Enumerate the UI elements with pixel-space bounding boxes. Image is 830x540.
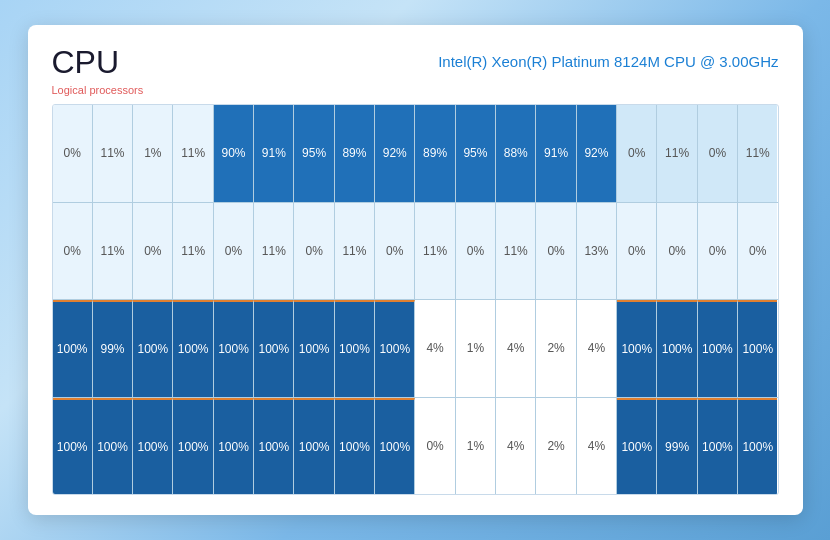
logical-processors-label: Logical processors (52, 84, 779, 96)
cell-3-2: 100% (133, 398, 173, 494)
cell-3-3: 100% (173, 398, 213, 494)
cpu-title: CPU (52, 45, 120, 80)
cell-2-15: 100% (657, 300, 697, 396)
cell-0-4: 90% (214, 105, 254, 201)
cell-1-7: 11% (335, 203, 375, 299)
cell-3-12: 2% (536, 398, 576, 494)
cell-0-5: 91% (254, 105, 294, 201)
cell-3-4: 100% (214, 398, 254, 494)
cell-3-11: 4% (496, 398, 536, 494)
cell-2-2: 100% (133, 300, 173, 396)
cell-3-15: 99% (657, 398, 697, 494)
cell-0-12: 91% (536, 105, 576, 201)
cell-2-12: 2% (536, 300, 576, 396)
cell-3-7: 100% (335, 398, 375, 494)
cell-2-17: 100% (738, 300, 777, 396)
cell-1-16: 0% (698, 203, 738, 299)
cell-1-1: 11% (93, 203, 133, 299)
cell-3-6: 100% (294, 398, 334, 494)
cell-0-11: 88% (496, 105, 536, 201)
cell-2-8: 100% (375, 300, 415, 396)
cell-1-17: 0% (738, 203, 777, 299)
cell-1-8: 0% (375, 203, 415, 299)
grid-row-1: 0%11%0%11%0%11%0%11%0%11%0%11%0%13%0%0%0… (53, 203, 778, 300)
cpu-model: Intel(R) Xeon(R) Platinum 8124M CPU @ 3.… (438, 53, 778, 70)
cell-2-1: 99% (93, 300, 133, 396)
cell-3-10: 1% (456, 398, 496, 494)
cell-0-15: 11% (657, 105, 697, 201)
cell-1-5: 11% (254, 203, 294, 299)
cell-3-13: 4% (577, 398, 617, 494)
cell-0-6: 95% (294, 105, 334, 201)
cell-1-6: 0% (294, 203, 334, 299)
cell-1-12: 0% (536, 203, 576, 299)
panel-header: CPU Intel(R) Xeon(R) Platinum 8124M CPU … (52, 45, 779, 80)
cell-1-15: 0% (657, 203, 697, 299)
grid-row-2: 100%99%100%100%100%100%100%100%100%4%1%4… (53, 300, 778, 397)
cell-2-4: 100% (214, 300, 254, 396)
cell-2-6: 100% (294, 300, 334, 396)
grid-row-0: 0%11%1%11%90%91%95%89%92%89%95%88%91%92%… (53, 105, 778, 202)
cell-1-14: 0% (617, 203, 657, 299)
cell-2-5: 100% (254, 300, 294, 396)
cell-3-14: 100% (617, 398, 657, 494)
cell-0-2: 1% (133, 105, 173, 201)
grid-row-3: 100%100%100%100%100%100%100%100%100%0%1%… (53, 398, 778, 494)
cell-1-13: 13% (577, 203, 617, 299)
cell-0-7: 89% (335, 105, 375, 201)
cell-3-8: 100% (375, 398, 415, 494)
cell-3-9: 0% (415, 398, 455, 494)
cpu-grid: 0%11%1%11%90%91%95%89%92%89%95%88%91%92%… (52, 104, 779, 495)
cell-0-9: 89% (415, 105, 455, 201)
cell-1-4: 0% (214, 203, 254, 299)
cell-0-1: 11% (93, 105, 133, 201)
cell-0-13: 92% (577, 105, 617, 201)
cell-2-13: 4% (577, 300, 617, 396)
cell-1-3: 11% (173, 203, 213, 299)
cell-1-9: 11% (415, 203, 455, 299)
cell-2-11: 4% (496, 300, 536, 396)
cell-2-9: 4% (415, 300, 455, 396)
cell-0-8: 92% (375, 105, 415, 201)
cell-1-10: 0% (456, 203, 496, 299)
cell-2-7: 100% (335, 300, 375, 396)
cell-0-14: 0% (617, 105, 657, 201)
cell-3-5: 100% (254, 398, 294, 494)
cell-0-0: 0% (53, 105, 93, 201)
cell-1-0: 0% (53, 203, 93, 299)
cell-3-0: 100% (53, 398, 93, 494)
title-section: CPU (52, 45, 120, 80)
cell-2-16: 100% (698, 300, 738, 396)
cell-0-3: 11% (173, 105, 213, 201)
cell-2-3: 100% (173, 300, 213, 396)
cell-3-1: 100% (93, 398, 133, 494)
cell-1-11: 11% (496, 203, 536, 299)
cell-1-2: 0% (133, 203, 173, 299)
cell-2-0: 100% (53, 300, 93, 396)
cell-0-17: 11% (738, 105, 777, 201)
cell-0-16: 0% (698, 105, 738, 201)
cpu-panel: CPU Intel(R) Xeon(R) Platinum 8124M CPU … (28, 25, 803, 515)
cell-0-10: 95% (456, 105, 496, 201)
cell-3-17: 100% (738, 398, 777, 494)
cell-2-10: 1% (456, 300, 496, 396)
cell-3-16: 100% (698, 398, 738, 494)
cell-2-14: 100% (617, 300, 657, 396)
